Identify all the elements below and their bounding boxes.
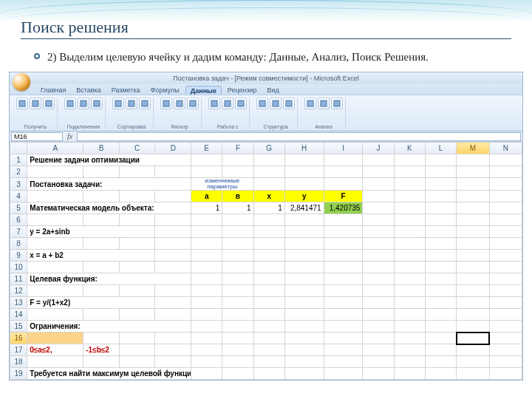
fx-icon[interactable]: fx xyxy=(67,132,72,140)
cell-K13[interactable] xyxy=(394,297,425,309)
cell-N10[interactable] xyxy=(489,262,522,273)
cell-B18[interactable] xyxy=(83,356,120,368)
cell-L12[interactable] xyxy=(425,285,456,297)
ribbon-button[interactable] xyxy=(16,98,28,109)
cell-H12[interactable] xyxy=(284,285,324,297)
cell-E4[interactable]: a xyxy=(191,191,222,202)
cell-H9[interactable] xyxy=(284,250,324,262)
cell-N6[interactable] xyxy=(489,214,522,226)
cell-E1[interactable] xyxy=(191,154,222,166)
row-header-13[interactable]: 13 xyxy=(10,297,27,309)
cell-M17[interactable] xyxy=(457,344,489,356)
cell-G2[interactable] xyxy=(253,166,284,178)
cell-F1[interactable] xyxy=(222,154,253,166)
cell-J6[interactable] xyxy=(363,214,394,226)
cell-K2[interactable] xyxy=(394,166,425,178)
cell-J5[interactable] xyxy=(363,202,394,214)
cell-L6[interactable] xyxy=(425,214,456,226)
cell-H8[interactable] xyxy=(284,238,324,250)
ribbon-tab-1[interactable]: Вставка xyxy=(72,86,105,95)
cell-A17[interactable]: 0≤a≤2, xyxy=(27,344,83,356)
cell-C2[interactable] xyxy=(119,166,155,178)
cell-N15[interactable] xyxy=(489,321,522,332)
cell-A9[interactable]: x = a + b2 xyxy=(27,250,155,262)
cell-J15[interactable] xyxy=(363,321,394,332)
cell-M8[interactable] xyxy=(457,238,489,250)
cell-K5[interactable] xyxy=(394,202,425,214)
cell-N16[interactable] xyxy=(489,332,522,344)
cell-I7[interactable] xyxy=(324,226,363,238)
cell-G12[interactable] xyxy=(253,285,284,297)
cell-H19[interactable] xyxy=(284,368,324,380)
cell-N1[interactable] xyxy=(489,154,522,166)
ribbon-button[interactable] xyxy=(78,98,89,109)
cell-B8[interactable] xyxy=(83,238,120,250)
cell-B16[interactable] xyxy=(83,332,120,344)
cell-G1[interactable] xyxy=(253,154,284,166)
cell-N12[interactable] xyxy=(489,285,522,297)
cell-K8[interactable] xyxy=(394,238,425,250)
cell-J16[interactable] xyxy=(363,332,394,344)
cell-E2[interactable] xyxy=(191,166,222,178)
row-header-4[interactable]: 4 xyxy=(10,191,27,202)
cell-N13[interactable] xyxy=(489,297,522,309)
ribbon-button[interactable] xyxy=(208,98,220,109)
cell-K6[interactable] xyxy=(394,214,425,226)
cell-H13[interactable] xyxy=(284,297,324,309)
cell-F5[interactable]: 1 xyxy=(222,202,253,214)
cell-E12[interactable] xyxy=(191,285,222,297)
ribbon-button[interactable] xyxy=(91,98,103,109)
cell-D4[interactable] xyxy=(155,191,191,202)
cell-M12[interactable] xyxy=(457,285,489,297)
cell-D8[interactable] xyxy=(155,238,191,250)
col-header-I[interactable]: I xyxy=(324,143,363,154)
cell-N2[interactable] xyxy=(489,166,522,178)
cell-J9[interactable] xyxy=(363,250,394,262)
cell-C16[interactable] xyxy=(119,332,155,344)
cell-E6[interactable] xyxy=(191,214,222,226)
cell-M15[interactable] xyxy=(457,321,489,332)
cell-A6[interactable] xyxy=(27,214,83,226)
formula-bar[interactable] xyxy=(77,132,521,141)
ribbon-button[interactable] xyxy=(256,98,268,109)
cell-A4[interactable] xyxy=(27,191,83,202)
cell-L8[interactable] xyxy=(425,238,456,250)
cell-A8[interactable] xyxy=(27,238,83,250)
cell-H11[interactable] xyxy=(284,273,324,285)
row-header-11[interactable]: 11 xyxy=(10,273,27,285)
cell-K16[interactable] xyxy=(394,332,425,344)
cell-B14[interactable] xyxy=(83,309,120,321)
cell-E11[interactable] xyxy=(191,273,222,285)
cell-L1[interactable] xyxy=(425,154,456,166)
cell-C8[interactable] xyxy=(119,238,155,250)
cell-G5[interactable]: 1 xyxy=(253,202,284,214)
cell-K14[interactable] xyxy=(394,309,425,321)
cell-I15[interactable] xyxy=(324,321,363,332)
cell-L13[interactable] xyxy=(425,297,456,309)
cell-A16[interactable] xyxy=(27,332,83,344)
cell-M9[interactable] xyxy=(457,250,489,262)
col-header-K[interactable]: K xyxy=(394,143,425,154)
cell-K4[interactable] xyxy=(394,191,425,202)
cell-D18[interactable] xyxy=(155,356,191,368)
cell-L14[interactable] xyxy=(425,309,456,321)
cell-D16[interactable] xyxy=(155,332,191,344)
cell-M14[interactable] xyxy=(457,309,489,321)
cell-H5[interactable]: 2,841471 xyxy=(284,202,324,214)
cell-D7[interactable] xyxy=(155,226,191,238)
cell-C17[interactable] xyxy=(119,344,155,356)
cell-G13[interactable] xyxy=(253,297,284,309)
ribbon-button[interactable] xyxy=(304,98,316,109)
cell-N9[interactable] xyxy=(489,250,522,262)
ribbon-button[interactable] xyxy=(187,98,199,109)
cell-H10[interactable] xyxy=(284,262,324,273)
cell-L16[interactable] xyxy=(425,332,456,344)
cell-H1[interactable] xyxy=(284,154,324,166)
row-header-3[interactable]: 3 xyxy=(10,178,27,191)
cell-I3[interactable] xyxy=(324,178,363,191)
row-header-14[interactable]: 14 xyxy=(10,309,27,321)
cell-N19[interactable] xyxy=(489,368,522,380)
cell-G4[interactable]: x xyxy=(253,191,284,202)
cell-D17[interactable] xyxy=(155,344,191,356)
cell-M16[interactable] xyxy=(457,332,489,344)
